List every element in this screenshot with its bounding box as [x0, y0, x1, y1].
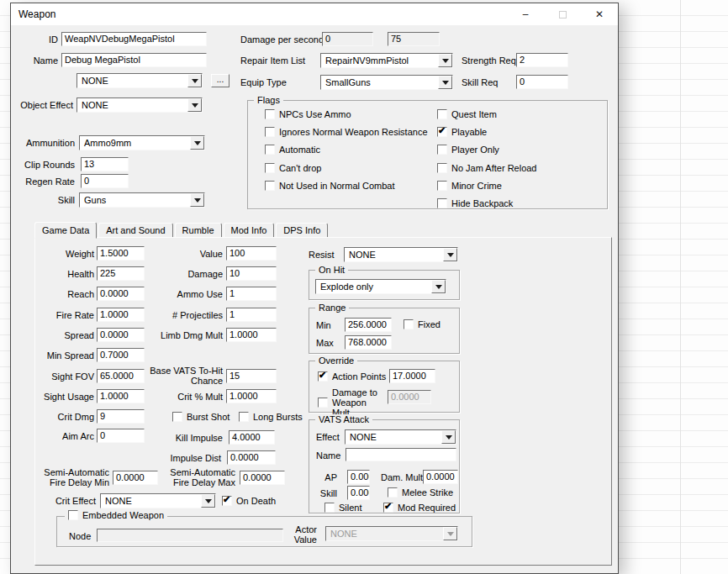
range-min-input[interactable]: 256.0000 — [345, 318, 392, 332]
base-vats-chance-input[interactable]: 15 — [226, 369, 277, 383]
chevron-down-icon[interactable] — [443, 248, 457, 261]
impulse-dist-input[interactable]: 0.0000 — [227, 450, 276, 465]
checkbox[interactable] — [437, 181, 447, 191]
projectiles-input[interactable]: 1 — [226, 308, 277, 322]
limb-dmg-mult-input[interactable]: 1.0000 — [226, 328, 277, 342]
tab-game-data[interactable]: Game Data — [34, 222, 97, 239]
mod-required-checkbox-row[interactable]: Mod Required — [383, 503, 456, 513]
semi-auto-min-input[interactable]: 0.0000 — [113, 471, 158, 485]
checkbox[interactable] — [172, 412, 182, 422]
checkbox[interactable] — [383, 503, 393, 513]
action-points-input[interactable]: 17.0000 — [389, 369, 435, 383]
ammo-use-input[interactable]: 1 — [226, 287, 277, 301]
flag-not-used-combat[interactable]: Not Used in Normal Combat — [265, 181, 395, 191]
checkbox[interactable] — [68, 510, 78, 520]
script-dropdown[interactable]: NONE — [76, 73, 203, 88]
titlebar[interactable]: Weapon – ✕ — [11, 3, 618, 25]
checkbox[interactable] — [437, 163, 447, 173]
silent-checkbox-row[interactable]: Silent — [324, 503, 362, 513]
flag-ignores-resistance[interactable]: Ignores Normal Weapon Resistance — [265, 127, 428, 137]
on-hit-dropdown[interactable]: Explode only — [315, 279, 446, 294]
tab-rumble[interactable]: Rumble — [175, 223, 222, 238]
id-input[interactable]: WeapNVDebugMegaPistol — [61, 32, 207, 46]
crit-effect-dropdown[interactable]: NONE — [100, 493, 216, 508]
skill-dropdown[interactable]: Guns — [79, 192, 205, 208]
dps-label: Damage per second — [240, 34, 324, 45]
chevron-down-icon[interactable] — [201, 494, 215, 508]
ammo-use-label: Ammo Use — [136, 289, 223, 299]
minimize-button[interactable]: – — [507, 3, 544, 25]
checkbox[interactable] — [265, 109, 275, 119]
equip-type-dropdown[interactable]: SmallGuns — [320, 75, 453, 90]
name-input[interactable]: Debug MegaPistol — [61, 53, 207, 67]
flag-no-jam[interactable]: No Jam After Reload — [437, 163, 537, 173]
damage-weapon-mult-checkbox-row[interactable]: Damage to Weapon Mult — [318, 387, 386, 418]
vats-ap-input[interactable]: 0.0000 — [347, 470, 370, 484]
checkbox[interactable] — [318, 371, 328, 382]
flag-quest-item[interactable]: Quest Item — [437, 109, 497, 119]
checkbox[interactable] — [404, 319, 414, 329]
resist-dropdown[interactable]: NONE — [344, 247, 458, 262]
close-button[interactable]: ✕ — [581, 3, 618, 25]
flag-automatic[interactable]: Automatic — [265, 145, 320, 155]
chevron-down-icon[interactable] — [438, 76, 452, 89]
ammunition-dropdown[interactable]: Ammo9mm — [79, 135, 205, 150]
tab-dps-info[interactable]: DPS Info — [276, 223, 328, 238]
checkbox[interactable] — [324, 503, 335, 513]
skill-req-input[interactable]: 0 — [516, 75, 568, 89]
fixed-checkbox-row[interactable]: Fixed — [404, 319, 440, 329]
clip-rounds-input[interactable]: 13 — [81, 157, 129, 171]
checkbox[interactable] — [222, 496, 232, 506]
chevron-down-icon[interactable] — [438, 54, 452, 67]
strength-req-input[interactable]: 2 — [516, 53, 568, 67]
value-input[interactable]: 100 — [226, 246, 277, 261]
semi-auto-max-input[interactable]: 0.0000 — [240, 471, 285, 485]
vats-skill-input[interactable]: 0.0000 — [347, 486, 370, 500]
checkbox[interactable] — [437, 127, 447, 137]
kill-impulse-input[interactable]: 4.0000 — [229, 430, 275, 445]
chevron-down-icon[interactable] — [190, 193, 204, 207]
browse-button[interactable]: ... — [211, 74, 229, 87]
chevron-down-icon[interactable] — [187, 98, 202, 112]
min-spread-input[interactable]: 0.7000 — [97, 348, 145, 362]
checkbox[interactable] — [265, 145, 275, 155]
chevron-down-icon[interactable] — [441, 430, 456, 444]
repair-item-list-dropdown[interactable]: RepairNV9mmPistol — [320, 53, 453, 68]
flag-cant-drop[interactable]: Can't drop — [265, 163, 321, 173]
burst-shot-checkbox-row[interactable]: Burst Shot — [172, 412, 229, 422]
chevron-down-icon[interactable] — [190, 136, 204, 150]
flag-npcs-use-ammo[interactable]: NPCs Use Ammo — [265, 109, 351, 119]
maximize-button — [544, 3, 581, 25]
checkbox[interactable] — [265, 181, 275, 191]
vats-effect-dropdown[interactable]: NONE — [345, 429, 456, 445]
on-death-checkbox-row[interactable]: On Death — [222, 496, 276, 506]
checkbox[interactable] — [437, 109, 447, 119]
vats-name-input[interactable] — [346, 448, 456, 461]
object-effect-dropdown[interactable]: NONE — [76, 97, 203, 113]
melee-strike-checkbox-row[interactable]: Melee Strike — [388, 487, 453, 498]
checkbox[interactable] — [437, 198, 447, 208]
vats-dam-mult-input[interactable]: 0.0000 — [423, 470, 458, 484]
embedded-weapon-header[interactable]: Embedded Weapon — [65, 510, 167, 520]
action-points-checkbox-row[interactable]: Action Points — [318, 371, 386, 382]
checkbox[interactable] — [437, 145, 447, 155]
crit-dmg-input[interactable]: 9 — [97, 409, 145, 424]
checkbox[interactable] — [265, 127, 275, 137]
checkbox[interactable] — [318, 398, 328, 408]
damage-input[interactable]: 10 — [226, 266, 277, 281]
tab-mod-info[interactable]: Mod Info — [224, 223, 275, 238]
flag-playable[interactable]: Playable — [437, 127, 487, 137]
checkbox[interactable] — [239, 412, 249, 422]
crit-pct-mult-input[interactable]: 1.0000 — [226, 389, 277, 403]
checkbox[interactable] — [388, 487, 398, 498]
chevron-down-icon[interactable] — [431, 280, 446, 293]
flag-hide-backpack[interactable]: Hide Backpack — [437, 198, 513, 208]
long-bursts-checkbox-row[interactable]: Long Bursts — [239, 412, 303, 422]
flag-player-only[interactable]: Player Only — [437, 145, 499, 155]
range-max-input[interactable]: 768.0000 — [345, 335, 392, 350]
chevron-down-icon[interactable] — [187, 74, 202, 87]
flag-minor-crime[interactable]: Minor Crime — [437, 181, 502, 191]
checkbox[interactable] — [265, 163, 275, 173]
tab-art-and-sound[interactable]: Art and Sound — [98, 223, 172, 238]
regen-rate-input[interactable]: 0 — [81, 174, 129, 188]
